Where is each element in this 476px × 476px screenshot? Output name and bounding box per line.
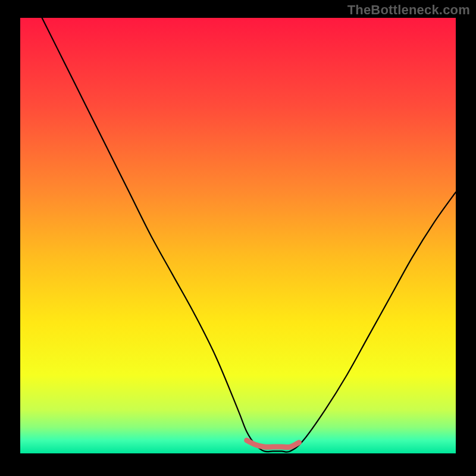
- chart-frame: TheBottleneck.com: [0, 0, 476, 476]
- watermark-text: TheBottleneck.com: [347, 2, 470, 18]
- bottleneck-chart: [0, 0, 476, 476]
- plot-background: [20, 18, 456, 453]
